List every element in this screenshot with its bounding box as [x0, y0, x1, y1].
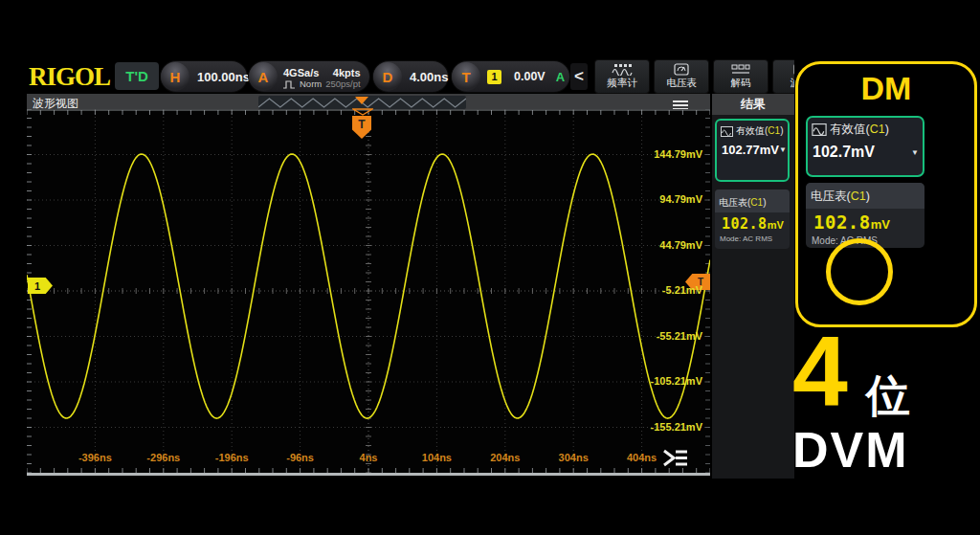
trigger-source-chip: 1	[487, 70, 501, 84]
toolbar-button-voltmeter[interactable]: 电压表	[655, 60, 708, 93]
channel-tag: C1	[870, 123, 885, 136]
voltage-axis-label: 144.79mV	[626, 148, 702, 160]
record-preview-strip[interactable]	[258, 96, 466, 109]
preview-waveform	[258, 96, 466, 109]
voltage-axis-label: -5.21mV	[626, 284, 702, 296]
collapse-toolbar-button[interactable]: <	[570, 63, 588, 90]
time-axis-label: -196ns	[205, 452, 258, 463]
toolbar-button-label: 频率计	[607, 77, 637, 90]
dm-rms-card: 有效值(C1) 102.7mV ▼	[806, 116, 924, 177]
dvm-value: 102.8	[722, 215, 768, 233]
square-wave-icon	[283, 80, 296, 89]
voltmeter-icon	[673, 63, 690, 76]
caption-digit: 4	[792, 322, 848, 421]
waveform-thumbnail-icon	[812, 123, 827, 136]
waveform-record-icon	[793, 63, 794, 76]
mode-value: AC RMS	[743, 234, 772, 243]
rms-measurement-card[interactable]: 有效值(C1) 102.77mV ▼	[715, 119, 790, 182]
trigger-level-value: 0.00V	[514, 70, 546, 83]
memory-depth: 4kpts	[333, 67, 361, 78]
waveform-plot	[27, 109, 710, 478]
trigger-status-badge[interactable]: T'D	[115, 62, 159, 90]
dropdown-icon[interactable]: ▼	[779, 145, 787, 154]
trigger-position-outline-icon	[352, 108, 373, 116]
acquisition-pill[interactable]: A 4GSa/s 4kpts Norm 250ps/pt	[249, 61, 369, 92]
dm-dvm-value: 102.8	[813, 212, 871, 233]
horizontal-pill[interactable]: H 100.00ns/	[161, 61, 247, 92]
channel-tag: C1	[768, 125, 780, 136]
channel-tag: C1	[851, 189, 866, 203]
voltage-axis-label: -155.21mV	[626, 421, 702, 433]
voltage-axis-label: -105.21mV	[626, 375, 702, 387]
dvm-measurement-card[interactable]: 电压表(C1) 102.8mV Mode: AC RMS	[715, 189, 790, 249]
mode-label: Mode:	[812, 235, 838, 246]
toolbar-button-label: 波形	[791, 77, 795, 90]
acquisition-knob[interactable]: A	[249, 62, 278, 91]
time-axis-label: -96ns	[274, 452, 327, 463]
trigger-knob[interactable]: T	[452, 62, 480, 91]
sample-resolution: 250ps/pt	[325, 79, 360, 89]
graticule: T 1 T 144.79mV94.79mV44.79mV-5.21mV-55.2…	[27, 109, 710, 478]
toolbar-button-decode[interactable]: 解码	[714, 60, 768, 93]
sample-rate: 4GSa/s	[283, 67, 319, 78]
decode-icon	[731, 63, 750, 76]
channel-tag: C1	[750, 197, 763, 208]
frequency-counter-icon	[612, 63, 633, 76]
preview-trigger-icon	[355, 97, 368, 104]
caption-dvm: DVM	[792, 425, 909, 475]
horizontal-knob[interactable]: H	[161, 62, 189, 91]
delay-value: 4.00ns	[410, 70, 448, 84]
time-axis-label: 104ns	[410, 452, 463, 463]
voltage-axis-label: -55.21mV	[626, 330, 702, 342]
dvm-unit: mV	[768, 219, 784, 231]
acquire-mode: Norm	[300, 79, 322, 89]
dropdown-icon: ▼	[911, 148, 919, 157]
toolbar: RIGOL T'D H 100.00ns/ A 4GSa/s 4kpts	[27, 59, 794, 94]
dm-title: DM	[798, 70, 974, 107]
time-axis-label: -296ns	[137, 452, 190, 463]
voltage-axis-label: 94.79mV	[626, 193, 702, 205]
screenshot-canvas: RIGOL T'D H 100.00ns/ A 4GSa/s 4kpts	[0, 0, 980, 535]
time-axis-label: 204ns	[479, 452, 532, 463]
dm-circle-graphic	[826, 238, 893, 305]
dm-rms-value: 102.7mV	[813, 144, 875, 161]
dm-dvm-unit: mV	[871, 217, 890, 232]
waveform-thumbnail-icon	[721, 126, 733, 137]
dm-callout-overlay: DM 有效值(C1) 102.7mV ▼ 电压表(C1) 102.8mV	[795, 61, 977, 327]
delay-pill[interactable]: D 4.00ns	[373, 61, 448, 92]
toolbar-button-label: 解码	[731, 77, 751, 90]
toolbar-button-frequency-counter[interactable]: 频率计	[595, 60, 649, 93]
mode-label: Mode:	[720, 234, 741, 243]
results-panel: 结果 有效值(C1) 102.77mV ▼ 电压表(C1)	[712, 94, 794, 479]
toolbar-button-waveform[interactable]: 波形	[773, 60, 794, 93]
time-axis-label: 304ns	[546, 452, 600, 463]
time-axis-label: -396ns	[68, 452, 122, 463]
timebase-value: 100.00ns/	[197, 70, 254, 84]
rms-value: 102.77mV	[722, 143, 779, 157]
voltage-axis-label: 44.79mV	[626, 239, 702, 251]
trigger-sweep-mode: A	[556, 70, 565, 84]
time-axis-label: 404ns	[615, 452, 669, 463]
graticule-bottom-edge	[27, 473, 710, 476]
trigger-pill[interactable]: T 1 0.00V A	[452, 61, 569, 92]
time-axis-label: 4ns	[342, 452, 395, 463]
results-panel-header: 结果	[712, 94, 794, 115]
oscilloscope-screen: RIGOL T'D H 100.00ns/ A 4GSa/s 4kpts	[27, 59, 794, 479]
rigol-logo: RIGOL	[29, 62, 110, 92]
toolbar-button-label: 电压表	[666, 77, 697, 90]
delay-knob[interactable]: D	[373, 62, 402, 91]
caption-unit: 位	[866, 367, 910, 426]
